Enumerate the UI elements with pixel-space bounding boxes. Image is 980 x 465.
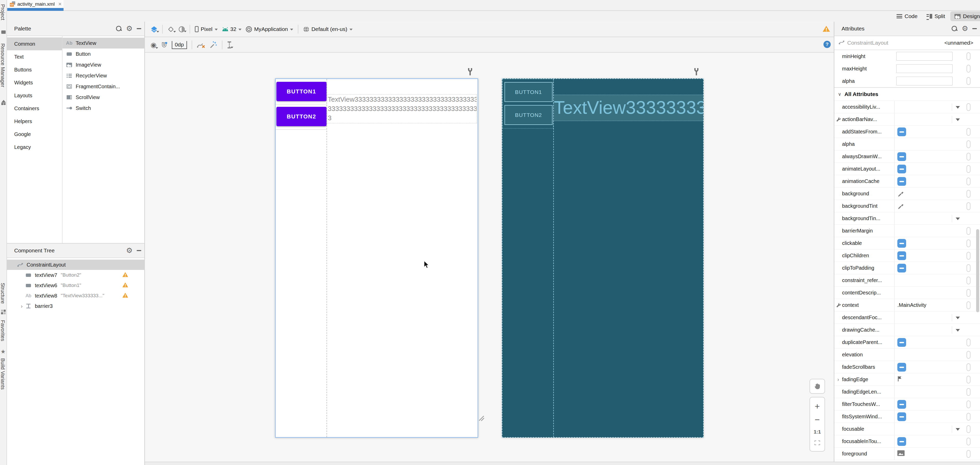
search-icon[interactable]: [116, 25, 122, 32]
tree-node-textview6[interactable]: textView6"Button1": [7, 280, 145, 290]
pin-pill-icon[interactable]: [967, 376, 970, 384]
pin-pill-icon[interactable]: [967, 363, 970, 371]
guideline-icon[interactable]: [227, 41, 232, 49]
attribute-row-alwaysdrawnw[interactable]: alwaysDrawnW...: [834, 150, 980, 163]
design-button1[interactable]: BUTTON1: [276, 82, 326, 101]
alpha-input[interactable]: [896, 77, 953, 86]
attribute-row-actionbarnav[interactable]: actionBarNav...: [834, 113, 980, 125]
pin-pill-icon[interactable]: [967, 165, 970, 173]
zoom-out-button[interactable]: −: [810, 416, 824, 424]
pin-pill-icon[interactable]: [967, 178, 970, 185]
visibility-icon[interactable]: ◉: [151, 41, 156, 49]
dropdown-control[interactable]: [952, 326, 960, 334]
pin-pill-icon[interactable]: [967, 65, 970, 73]
palette-category-layouts[interactable]: Layouts: [7, 89, 62, 102]
attribute-row-fadingedgelen[interactable]: fadingEdgeLen...: [834, 386, 980, 398]
gear-icon[interactable]: ⚙: [126, 25, 132, 32]
three-state-toggle[interactable]: [897, 264, 906, 273]
attribute-row-backgroundtin[interactable]: backgroundTin...: [834, 212, 980, 224]
blueprint-button1[interactable]: BUTTON1: [504, 82, 552, 102]
expander-chevron-icon[interactable]: ›: [835, 373, 841, 385]
pin-pill-icon[interactable]: [967, 128, 970, 136]
attribute-row-accessibilityliv[interactable]: accessibilityLiv...: [834, 101, 980, 113]
pin-pill-icon[interactable]: [967, 289, 970, 297]
gear-icon[interactable]: ⚙: [962, 25, 968, 32]
locale-selector[interactable]: Default (en-us): [303, 26, 353, 33]
pin-pill-icon[interactable]: [967, 202, 970, 210]
orientation-icon[interactable]: [167, 26, 174, 33]
design-button2[interactable]: BUTTON2: [276, 107, 326, 126]
sidebar-item-project[interactable]: Project: [0, 4, 6, 20]
attribute-row-fadingedge[interactable]: ›fadingEdge: [834, 373, 980, 386]
dropdown-control[interactable]: [952, 425, 960, 433]
pin-pill-icon[interactable]: [967, 425, 970, 433]
pin-pill-icon[interactable]: [967, 277, 970, 284]
pin-pill-icon[interactable]: [967, 302, 970, 309]
attribute-row-cliptopadding[interactable]: clipToPadding: [834, 262, 980, 274]
theme-icon[interactable]: [178, 26, 185, 33]
blueprint-textview[interactable]: TextView3333333333333333: [554, 95, 704, 121]
palette-category-containers[interactable]: Containers: [7, 102, 62, 115]
all-attributes-section-header[interactable]: ∨ All Attributes: [834, 87, 980, 101]
pin-pill-icon[interactable]: [967, 400, 970, 408]
attribute-row-background[interactable]: background: [834, 187, 980, 200]
three-state-toggle[interactable]: [897, 177, 906, 186]
pin-pill-icon[interactable]: [967, 351, 970, 359]
mode-button-split[interactable]: Split: [926, 11, 945, 21]
three-state-toggle[interactable]: [897, 251, 906, 260]
pin-pill-icon[interactable]: [967, 227, 970, 235]
attribute-row-backgroundtint[interactable]: backgroundTint: [834, 200, 980, 212]
image-resource-icon[interactable]: [897, 450, 905, 457]
hide-panel-icon[interactable]: [137, 250, 141, 251]
pin-pill-icon[interactable]: [967, 153, 970, 160]
palette-item-scrollview[interactable]: ScrollView: [62, 92, 145, 103]
palette-category-common[interactable]: Common: [7, 37, 62, 50]
attributes-scrollbar[interactable]: [976, 229, 979, 312]
canvas-resize-handle[interactable]: [477, 414, 484, 422]
palette-item-imageview[interactable]: ImageView: [62, 59, 145, 70]
tree-node-textview7[interactable]: textView7"Button2": [7, 270, 145, 280]
attribute-row-animatelayout[interactable]: animateLayout...: [834, 163, 980, 175]
blueprint-button2[interactable]: BUTTON2: [504, 105, 552, 125]
device-selector[interactable]: Pixel: [195, 26, 218, 32]
palette-category-text[interactable]: Text: [7, 50, 62, 63]
pin-pill-icon[interactable]: [967, 450, 970, 458]
clear-constraints-icon[interactable]: [197, 41, 205, 49]
attribute-row-foregroundg[interactable]: ›foregroundG...: [834, 460, 980, 460]
attribute-row-elevation[interactable]: elevation: [834, 348, 980, 361]
tree-node-constraintlayout[interactable]: ConstraintLayout: [7, 260, 145, 270]
attribute-row-animationcache[interactable]: animationCache: [834, 175, 980, 187]
attribute-row-fadescrollbars[interactable]: fadeScrollbars: [834, 361, 980, 373]
palette-category-helpers[interactable]: Helpers: [7, 115, 62, 128]
layout-warning-icon[interactable]: [822, 25, 830, 33]
three-state-toggle[interactable]: [897, 239, 906, 248]
attribute-row-duplicateparent[interactable]: duplicateParent...: [834, 336, 980, 348]
maxHeight-input[interactable]: [896, 64, 953, 73]
three-state-toggle[interactable]: [897, 152, 906, 161]
pin-pill-icon[interactable]: [967, 240, 970, 247]
search-icon[interactable]: [951, 25, 958, 32]
sidebar-item-resource-manager[interactable]: Resource Manager: [0, 43, 6, 87]
attribute-row-focusableintou[interactable]: focusableInTou...: [834, 435, 980, 448]
palette-category-google[interactable]: Google: [7, 128, 62, 141]
api-selector[interactable]: 32: [222, 26, 242, 32]
flag-icon[interactable]: [897, 376, 902, 382]
expander-chevron-icon[interactable]: ›: [19, 303, 25, 309]
three-state-toggle[interactable]: [897, 363, 906, 371]
attribute-row-foreground[interactable]: foreground: [834, 448, 980, 460]
palette-category-legacy[interactable]: Legacy: [7, 141, 62, 154]
help-icon[interactable]: ?: [824, 41, 831, 48]
attribute-row-context[interactable]: context.MainActivity: [834, 299, 980, 311]
gear-icon[interactable]: ⚙: [126, 248, 132, 254]
palette-item-recyclerview[interactable]: RecyclerView: [62, 70, 145, 81]
zoom-in-button[interactable]: +: [810, 402, 824, 410]
attribute-row-drawingcache[interactable]: drawingCache...: [834, 324, 980, 336]
pin-pill-icon[interactable]: [967, 190, 970, 198]
sidebar-item-build-variants[interactable]: Build Variants: [0, 358, 6, 390]
hide-panel-icon[interactable]: [137, 28, 141, 29]
three-state-toggle[interactable]: [897, 400, 906, 409]
three-state-toggle[interactable]: [897, 127, 906, 136]
palette-item-textview[interactable]: AbTextView: [62, 38, 145, 49]
design-textview[interactable]: TextView33333333333333333333333333333333…: [327, 94, 477, 123]
attribute-row-addstatesfrom[interactable]: addStatesFrom...: [834, 125, 980, 138]
